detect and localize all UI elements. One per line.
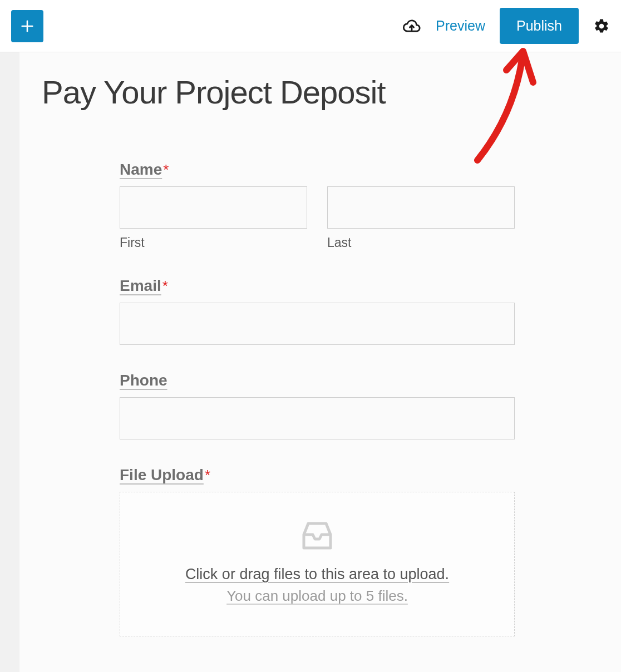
last-name-sublabel: Last (327, 235, 515, 250)
cloud-upload-icon (402, 17, 421, 36)
inbox-icon (300, 520, 334, 551)
page-content: Pay Your Project Deposit Name* First Las… (19, 52, 621, 672)
plus-icon (19, 18, 35, 34)
add-block-button[interactable] (11, 10, 43, 42)
required-marker: * (162, 278, 168, 294)
editor-left-margin (0, 52, 19, 672)
name-field-group: Name* First Last (120, 161, 515, 250)
email-label: Email (120, 277, 161, 295)
phone-label: Phone (120, 372, 167, 389)
phone-field-group: Phone (120, 372, 515, 439)
dropzone-sub-text: You can upload up to 5 files. (131, 587, 503, 605)
file-upload-dropzone[interactable]: Click or drag files to this area to uplo… (120, 492, 515, 636)
save-status-button[interactable] (402, 17, 421, 36)
publish-button[interactable]: Publish (500, 8, 579, 44)
required-marker: * (163, 161, 169, 178)
file-upload-label: File Upload (120, 466, 204, 484)
first-name-input[interactable] (120, 186, 307, 229)
name-label: Name (120, 161, 162, 179)
email-input[interactable] (120, 303, 515, 345)
last-name-input[interactable] (327, 186, 515, 229)
dropzone-main-text: Click or drag files to this area to uplo… (131, 566, 503, 583)
required-marker: * (205, 467, 210, 483)
form-container: Name* First Last Email* (120, 161, 515, 636)
first-name-sublabel: First (120, 235, 307, 250)
page-title: Pay Your Project Deposit (42, 73, 599, 111)
settings-button[interactable] (593, 18, 610, 34)
topbar: Preview Publish (0, 0, 621, 52)
preview-button[interactable]: Preview (436, 18, 485, 34)
email-field-group: Email* (120, 277, 515, 345)
file-upload-field-group: File Upload* Click or drag files to this… (120, 466, 515, 636)
phone-input[interactable] (120, 397, 515, 439)
gear-icon (593, 18, 610, 34)
